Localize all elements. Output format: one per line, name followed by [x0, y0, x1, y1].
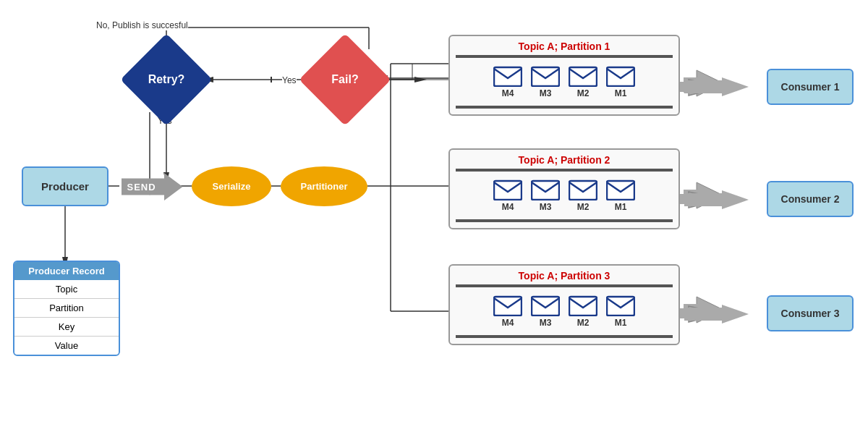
envelope-icon	[569, 295, 597, 316]
svg-marker-61	[722, 305, 749, 324]
envelope-icon	[531, 295, 560, 316]
svg-rect-45	[607, 297, 634, 316]
envelope-icon	[606, 65, 635, 87]
svg-rect-50	[681, 194, 692, 204]
arrows-overlay	[0, 0, 868, 427]
msg-label: M2	[577, 88, 590, 98]
producer-record-row-value: Value	[14, 337, 119, 355]
producer-record-row-topic: Topic	[14, 280, 119, 299]
svg-rect-37	[607, 67, 634, 86]
svg-rect-34	[494, 67, 522, 86]
msg-label: M4	[502, 88, 514, 98]
svg-marker-49	[689, 192, 723, 208]
partition-box-2: Topic A; Partition 2 M4 M3	[448, 148, 680, 244]
consumer-arrows	[0, 0, 868, 427]
yes-retry-label: Yes	[282, 75, 297, 85]
envelope-icon	[606, 179, 635, 200]
svg-rect-29	[684, 190, 698, 201]
svg-rect-39	[532, 181, 559, 200]
envelope-icon	[569, 179, 597, 200]
svg-rect-40	[569, 181, 597, 200]
serialize-shape: Serialize	[192, 166, 271, 206]
msg-item: M4	[493, 65, 522, 98]
no-publish-label: No, Publish is succesful	[96, 20, 188, 30]
msg-label: M2	[577, 202, 590, 212]
msg-item: M1	[606, 295, 635, 328]
envelope-icon	[606, 295, 635, 316]
retry-diamond	[120, 33, 212, 125]
msg-item: M2	[569, 179, 597, 212]
consumer-2-box: Consumer 2	[767, 181, 854, 217]
partition-3-title: Topic A; Partition 3	[450, 266, 678, 283]
producer-record-box: Producer Record Topic Partition Key Valu…	[13, 261, 120, 356]
svg-marker-26	[697, 70, 723, 96]
svg-rect-42	[494, 297, 522, 316]
svg-rect-48	[681, 82, 692, 92]
svg-rect-52	[681, 308, 692, 318]
msg-label: M3	[540, 88, 552, 98]
diagram: No, Publish is succesful Yes Yes Retry? …	[0, 0, 868, 427]
msg-label: M3	[540, 202, 552, 212]
svg-rect-47	[684, 81, 691, 93]
svg-rect-31	[684, 304, 698, 316]
partition-box-3: Topic A; Partition 3 M4 M3	[448, 264, 680, 360]
msg-item: M3	[531, 179, 560, 212]
partition-2-messages: M4 M3 M2	[450, 176, 678, 215]
partition-1-title: Topic A; Partition 1	[450, 36, 678, 54]
svg-marker-51	[689, 306, 723, 322]
svg-rect-58	[684, 193, 722, 206]
svg-rect-35	[532, 67, 559, 86]
msg-label: M1	[615, 318, 627, 328]
producer-record-row-key: Key	[14, 318, 119, 337]
svg-rect-41	[607, 181, 634, 200]
svg-marker-30	[697, 297, 723, 323]
svg-marker-57	[722, 77, 749, 96]
msg-label: M1	[615, 202, 627, 212]
fail-diamond	[299, 33, 391, 125]
msg-item: M1	[606, 65, 635, 98]
msg-item: M2	[569, 295, 597, 328]
svg-rect-27	[684, 77, 698, 89]
send-label: SEND	[127, 182, 156, 193]
producer-record-row-partition: Partition	[14, 299, 119, 318]
partition-3-messages: M4 M3 M2	[450, 292, 678, 331]
svg-marker-28	[697, 182, 723, 208]
msg-item: M4	[493, 179, 522, 212]
envelope-icon	[493, 179, 522, 200]
msg-label: M4	[502, 318, 514, 328]
consumer-3-box: Consumer 3	[767, 295, 854, 331]
partition-box-1: Topic A; Partition 1 M4 M3	[448, 35, 680, 130]
msg-label: M4	[502, 202, 514, 212]
msg-item: M2	[569, 65, 597, 98]
msg-label: M3	[540, 318, 552, 328]
partition-2-title: Topic A; Partition 2	[450, 150, 678, 167]
msg-item: M4	[493, 295, 522, 328]
svg-marker-59	[722, 190, 749, 209]
svg-rect-38	[494, 181, 522, 200]
envelope-icon	[493, 65, 522, 87]
send-arrow-container: SEND	[119, 172, 184, 201]
partition-1-messages: M4 M3 M2	[450, 62, 678, 101]
producer-box: Producer	[22, 166, 109, 206]
svg-rect-56	[684, 80, 722, 93]
svg-marker-46	[689, 80, 723, 96]
consumer-1-box: Consumer 1	[767, 69, 854, 105]
svg-rect-44	[569, 297, 597, 316]
msg-item: M3	[531, 295, 560, 328]
envelope-icon	[531, 65, 560, 87]
msg-label: M2	[577, 318, 590, 328]
svg-rect-43	[532, 297, 559, 316]
envelope-icon	[531, 179, 560, 200]
producer-record-title: Producer Record	[14, 262, 119, 280]
partitioner-shape: Partitioner	[281, 166, 367, 206]
send-shape: SEND	[122, 173, 183, 200]
svg-marker-33	[414, 77, 427, 83]
msg-item: M1	[606, 179, 635, 212]
envelope-icon	[493, 295, 522, 316]
svg-rect-36	[569, 67, 597, 86]
msg-label: M1	[615, 88, 627, 98]
msg-item: M3	[531, 65, 560, 98]
envelope-icon	[569, 65, 597, 87]
svg-rect-60	[684, 308, 722, 321]
